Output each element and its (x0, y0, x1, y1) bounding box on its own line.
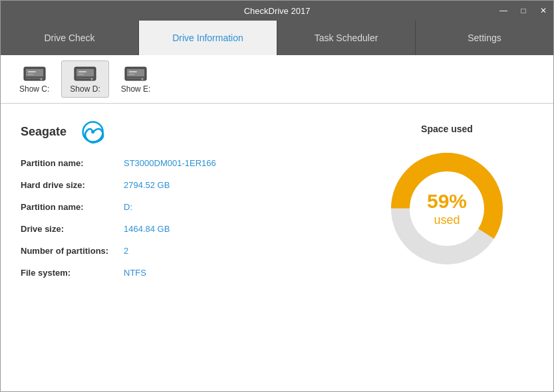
info-value-2: D: (124, 202, 132, 212)
info-label-1: Hard drive size: (21, 180, 124, 190)
svg-rect-10 (78, 71, 86, 72)
svg-rect-11 (78, 74, 84, 75)
tab-settings[interactable]: Settings (416, 21, 553, 55)
donut-percent: 59% (427, 189, 467, 213)
info-value-0: ST3000DM001-1ER166 (124, 158, 216, 168)
info-value-5: NTFS (124, 268, 146, 278)
drive-e-button[interactable]: Show E: (112, 60, 160, 98)
svg-rect-1 (26, 69, 43, 76)
svg-rect-17 (129, 74, 134, 75)
tab-bar: Drive Check Drive Information Task Sched… (1, 21, 553, 55)
svg-point-3 (40, 78, 42, 80)
drive-selector: Show C: Show D: Show E: (1, 55, 553, 104)
info-label-3: Drive size: (21, 224, 124, 234)
chart-title: Space used (421, 124, 473, 134)
svg-point-15 (142, 78, 144, 80)
donut-chart: 59% used (380, 142, 513, 275)
svg-rect-16 (129, 71, 137, 72)
drive-d-button[interactable]: Show D: (61, 60, 108, 98)
donut-center-text: 59% used (427, 189, 467, 228)
titlebar: CheckDrive 2017 — □ ✕ (1, 1, 553, 21)
info-row-2: Partition name: D: (21, 202, 347, 212)
info-row-0: Partition name: ST3000DM001-1ER166 (21, 158, 347, 168)
svg-rect-4 (28, 71, 36, 72)
maximize-button[interactable]: □ (513, 1, 533, 21)
svg-point-19 (91, 130, 94, 134)
chart-panel: Space used 59% used (360, 120, 533, 385)
info-row-5: File system: NTFS (21, 268, 347, 278)
info-row-1: Hard drive size: 2794.52 GB (21, 180, 347, 190)
tab-drive-check[interactable]: Drive Check (1, 21, 139, 55)
brand-logo: Seagate (21, 120, 347, 144)
drive-e-icon (124, 64, 148, 83)
svg-rect-13 (127, 69, 144, 76)
info-label-0: Partition name: (21, 158, 124, 168)
minimize-button[interactable]: — (493, 1, 513, 21)
info-value-3: 1464.84 GB (124, 224, 170, 234)
info-value-4: 2 (124, 246, 128, 256)
close-button[interactable]: ✕ (533, 1, 553, 21)
donut-used: used (427, 213, 467, 228)
app-title: CheckDrive 2017 (244, 6, 311, 16)
info-row-3: Drive size: 1464.84 GB (21, 224, 347, 234)
svg-rect-7 (76, 69, 94, 76)
main-content: Seagate Partition name: ST3000DM001-1ER1… (1, 104, 553, 392)
drive-c-button[interactable]: Show C: (11, 60, 58, 98)
brand-name: Seagate (21, 125, 67, 139)
tab-task-scheduler[interactable]: Task Scheduler (277, 21, 416, 55)
info-value-1: 2794.52 GB (124, 180, 170, 190)
info-label-5: File system: (21, 268, 124, 278)
drive-c-icon (23, 64, 47, 83)
info-row-4: Number of partitions: 2 (21, 246, 347, 256)
window-controls: — □ ✕ (493, 1, 553, 21)
info-label-4: Number of partitions: (21, 246, 124, 256)
svg-point-9 (91, 78, 93, 80)
seagate-logo-icon (72, 120, 105, 144)
tab-drive-information[interactable]: Drive Information (139, 21, 277, 55)
info-panel: Seagate Partition name: ST3000DM001-1ER1… (21, 120, 347, 385)
svg-rect-5 (28, 74, 33, 75)
drive-d-icon (73, 64, 97, 83)
info-label-2: Partition name: (21, 202, 124, 212)
